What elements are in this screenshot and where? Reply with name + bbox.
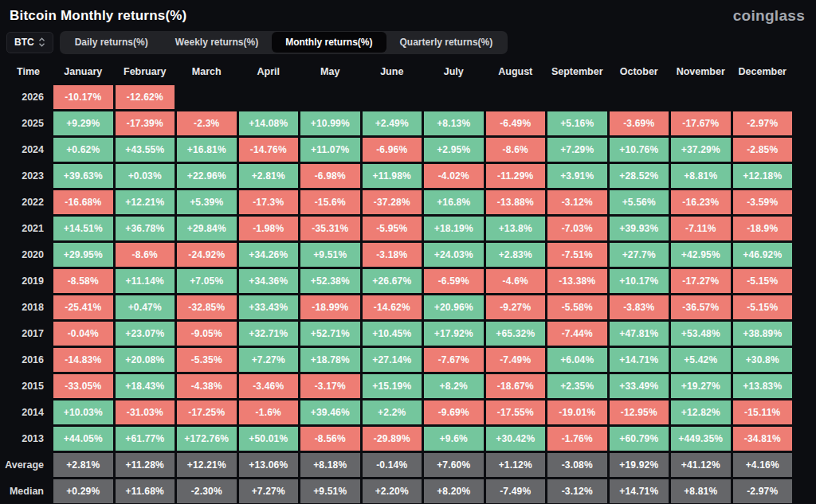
topbar: Bitcoin Monthly returns(%) coinglass [0, 0, 816, 27]
return-cell: -7.49% [486, 479, 546, 503]
return-cell: +47.81% [610, 322, 669, 346]
return-cell: +11.14% [116, 269, 175, 293]
row-label-2021: 2021 [0, 217, 51, 240]
return-cell: -16.68% [53, 190, 113, 214]
return-cell: +14.08% [239, 111, 299, 135]
return-cell: +30.42% [486, 427, 546, 451]
month-column-header: February [116, 66, 175, 77]
return-cell: -3.12% [547, 479, 607, 503]
return-cell: +28.52% [610, 164, 669, 188]
return-cell: +50.01% [239, 427, 299, 451]
row-label-median: Median [0, 479, 51, 503]
return-cell: +38.89% [733, 322, 793, 346]
return-cell [177, 85, 237, 109]
return-cell: +30.8% [733, 348, 793, 372]
tab-monthly-returns[interactable]: Monthly returns(%) [272, 32, 386, 53]
return-cell: -8.56% [300, 427, 360, 451]
return-cell: -7.49% [486, 348, 546, 372]
return-cell: -15.6% [300, 190, 360, 214]
return-cell: +34.26% [239, 243, 299, 267]
return-cell: -17.55% [486, 400, 546, 424]
return-cell: +26.67% [363, 269, 422, 293]
return-cell: -14.62% [363, 295, 422, 319]
row-label-2022: 2022 [0, 190, 51, 214]
return-cell: -6.96% [363, 138, 422, 162]
return-cell: +43.55% [116, 138, 175, 162]
return-cell: -3.69% [610, 111, 669, 135]
return-cell: +11.07% [300, 138, 360, 162]
return-cell: -1.6% [239, 400, 299, 424]
return-cell: -2.3% [177, 111, 237, 135]
return-cell: -6.59% [424, 269, 484, 293]
return-cell: -31.03% [116, 400, 175, 424]
return-cell: +2.95% [424, 138, 484, 162]
tab-weekly-returns[interactable]: Weekly returns(%) [162, 32, 272, 53]
return-cell: +6.04% [547, 348, 607, 372]
tab-quarterly-returns[interactable]: Quarterly returns(%) [386, 32, 507, 53]
return-cell: +22.96% [177, 164, 237, 188]
return-cell: +5.16% [547, 111, 607, 135]
row-label-2025: 2025 [0, 111, 51, 135]
return-cell: +44.05% [53, 427, 113, 451]
row-label-2020: 2020 [0, 243, 51, 267]
return-cell [300, 85, 360, 109]
return-cell: +13.83% [733, 374, 793, 398]
tab-daily-returns[interactable]: Daily returns(%) [61, 32, 162, 53]
return-cell: -4.6% [486, 269, 546, 293]
return-cell: +29.95% [53, 243, 113, 267]
return-cell: -34.81% [733, 427, 793, 451]
return-cell: -14.83% [53, 348, 113, 372]
return-cell: +20.96% [424, 295, 484, 319]
sort-updown-icon [38, 37, 45, 47]
return-cell: -7.11% [671, 217, 731, 240]
return-cell: -3.17% [300, 374, 360, 398]
return-cell: -7.67% [424, 348, 484, 372]
symbol-select[interactable]: BTC [6, 32, 53, 53]
return-cell: -16.23% [671, 190, 731, 214]
month-column-header: May [300, 66, 360, 77]
return-cell: +39.93% [610, 217, 669, 240]
return-cell: -12.62% [116, 85, 175, 109]
return-cell: -6.98% [300, 164, 360, 188]
return-cell: +27.7% [610, 243, 669, 267]
return-cell: -18.99% [300, 295, 360, 319]
return-cell: +8.18% [300, 453, 360, 477]
return-cell: -7.03% [547, 217, 607, 240]
row-label-2026: 2026 [0, 85, 51, 109]
return-cell: -3.46% [239, 374, 299, 398]
return-cell: +2.49% [363, 111, 422, 135]
return-cell: +7.05% [177, 269, 237, 293]
return-cell: +36.78% [116, 217, 175, 240]
return-cell: +2.20% [363, 479, 422, 503]
return-cell: +46.92% [733, 243, 793, 267]
return-cell: -2.97% [733, 479, 793, 503]
return-cell: -3.83% [610, 295, 669, 319]
return-cell: +34.36% [239, 269, 299, 293]
return-cell: -17.3% [239, 190, 299, 214]
return-cell [547, 85, 607, 109]
return-cell: +8.81% [671, 164, 731, 188]
return-cell [733, 85, 793, 109]
return-cell: +41.12% [671, 453, 731, 477]
return-cell: -3.12% [547, 190, 607, 214]
return-cell: -6.49% [486, 111, 546, 135]
return-cell: +9.29% [53, 111, 113, 135]
return-cell: +11.28% [116, 453, 175, 477]
row-label-average: Average [0, 453, 51, 477]
return-cell: +12.18% [733, 164, 793, 188]
returns-grid: 2026-10.17%-12.62%2025+9.29%-17.39%-2.3%… [0, 85, 792, 503]
return-cell: +10.76% [610, 138, 669, 162]
month-column-header: October [610, 66, 669, 77]
table-header-row: TimeJanuaryFebruaryMarchAprilMayJuneJuly… [0, 61, 792, 82]
return-cell: -0.14% [363, 453, 422, 477]
return-cell: -17.25% [177, 400, 237, 424]
return-cell: +52.38% [300, 269, 360, 293]
return-cell: +18.78% [300, 348, 360, 372]
return-cell: +9.51% [300, 479, 360, 503]
return-cell [239, 85, 299, 109]
return-cell: +0.62% [53, 138, 113, 162]
return-cell: -17.67% [671, 111, 731, 135]
return-cell: +0.47% [116, 295, 175, 319]
return-cell [363, 85, 422, 109]
return-cell: -19.01% [547, 400, 607, 424]
